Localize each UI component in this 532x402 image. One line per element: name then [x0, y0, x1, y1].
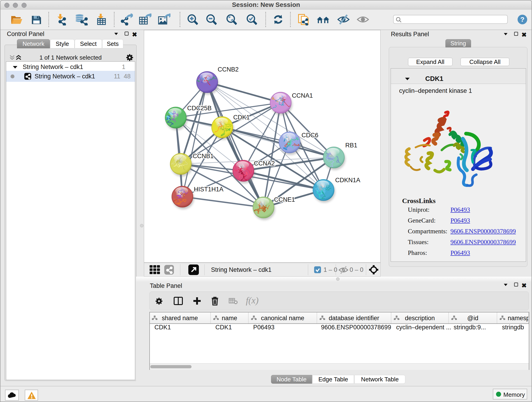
svg-text:CDK1: CDK1	[233, 114, 250, 121]
svg-text:CCNB1: CCNB1	[193, 153, 214, 160]
svg-text:CDKN1A: CDKN1A	[335, 177, 360, 184]
svg-text:HIST1H1A: HIST1H1A	[194, 186, 223, 193]
svg-text:CCNA2: CCNA2	[254, 160, 275, 167]
svg-text:?: ?	[520, 16, 525, 23]
svg-text:CDC25B: CDC25B	[187, 105, 212, 112]
svg-text:CDC6: CDC6	[302, 132, 318, 139]
svg-text:CCNB2: CCNB2	[218, 66, 239, 73]
svg-text:RB1: RB1	[345, 142, 357, 149]
svg-text:CCNA1: CCNA1	[292, 92, 313, 99]
svg-text:CCNE1: CCNE1	[274, 196, 295, 203]
